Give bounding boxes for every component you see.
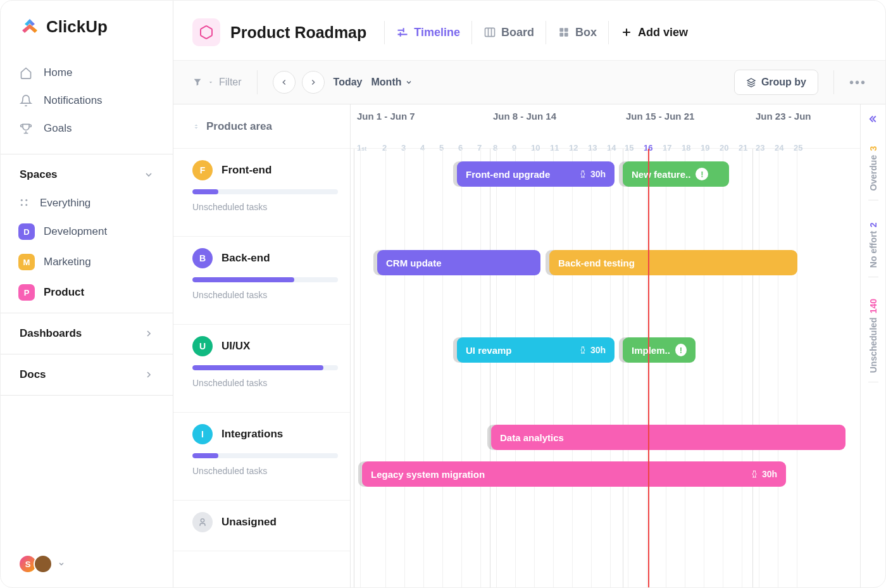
nav-notifications-label: Notifications bbox=[44, 94, 103, 107]
sort-icon bbox=[192, 122, 200, 131]
bell-icon bbox=[20, 94, 32, 107]
chevron-right-icon bbox=[309, 78, 318, 87]
svg-point-3 bbox=[25, 204, 27, 206]
today-button[interactable]: Today bbox=[334, 77, 363, 88]
chevron-right-icon bbox=[144, 328, 154, 339]
group-name: UI/UX bbox=[222, 340, 250, 353]
collapse-icon[interactable] bbox=[868, 113, 879, 125]
nav-goals[interactable]: Goals bbox=[1, 115, 173, 142]
task-label: Implem.. bbox=[632, 345, 670, 356]
task-bar[interactable]: Legacy system migration30h bbox=[362, 461, 786, 487]
group-name: Unasigned bbox=[222, 516, 277, 529]
chevron-left-icon bbox=[280, 78, 289, 87]
view-tab-board[interactable]: Board bbox=[471, 21, 546, 44]
add-view-button[interactable]: Add view bbox=[608, 21, 699, 44]
board-icon bbox=[484, 26, 496, 39]
warning-icon: ! bbox=[696, 168, 708, 180]
home-icon bbox=[20, 66, 32, 79]
svg-rect-5 bbox=[559, 28, 563, 32]
task-bar[interactable]: UI revamp30h bbox=[457, 337, 615, 363]
period-selector[interactable]: Month bbox=[371, 77, 413, 88]
svg-point-2 bbox=[21, 204, 23, 206]
dashboards-header[interactable]: Dashboards bbox=[1, 318, 173, 349]
space-everything[interactable]: Everything bbox=[1, 190, 173, 216]
view-tab-box[interactable]: Box bbox=[546, 21, 608, 44]
svg-point-0 bbox=[21, 199, 23, 201]
group-row[interactable]: IIntegrationsUnscheduled tasks bbox=[173, 413, 350, 501]
space-label: Marketing bbox=[44, 256, 91, 268]
group-row[interactable]: UUI/UXUnscheduled tasks bbox=[173, 325, 350, 413]
warning-icon: ! bbox=[675, 344, 687, 356]
clickup-logo-icon bbox=[20, 16, 40, 37]
rail-no-effort[interactable]: No effort 2 bbox=[868, 213, 878, 277]
task-hours: 30h bbox=[579, 169, 606, 179]
group-by-button[interactable]: Group by bbox=[734, 70, 818, 95]
task-bar[interactable]: Back-end testing bbox=[549, 250, 797, 275]
progress-bar bbox=[192, 365, 338, 370]
spaces-header[interactable]: Spaces bbox=[1, 160, 173, 190]
group-badge bbox=[192, 512, 213, 532]
next-button[interactable] bbox=[302, 71, 325, 94]
space-badge: M bbox=[18, 254, 35, 270]
task-bar[interactable]: Implem..! bbox=[623, 337, 696, 363]
week-label: Jun 8 - Jun 14 bbox=[493, 111, 556, 122]
progress-bar bbox=[192, 189, 338, 194]
space-development[interactable]: D Development bbox=[1, 216, 173, 247]
nav-home-label: Home bbox=[44, 66, 72, 79]
task-bar[interactable]: New feature..! bbox=[623, 161, 729, 187]
column-header[interactable]: Product area bbox=[173, 104, 350, 149]
progress-bar bbox=[192, 277, 338, 282]
group-badge: F bbox=[192, 160, 213, 180]
task-hours: 30h bbox=[579, 345, 606, 355]
task-label: Back-end testing bbox=[558, 258, 635, 268]
task-bar[interactable]: Data analytics bbox=[491, 425, 845, 450]
svg-point-1 bbox=[25, 199, 27, 201]
progress-bar bbox=[192, 453, 338, 458]
trophy-icon bbox=[20, 122, 32, 135]
group-row[interactable]: FFront-endUnscheduled tasks bbox=[173, 149, 350, 237]
task-hours: 30h bbox=[751, 469, 777, 479]
user-avatars[interactable]: S bbox=[1, 541, 173, 587]
brand-logo[interactable]: ClickUp bbox=[1, 1, 173, 53]
view-tab-timeline[interactable]: Timeline bbox=[384, 21, 471, 44]
box-icon bbox=[558, 26, 570, 39]
space-label: Development bbox=[44, 225, 107, 238]
task-bar[interactable]: Front-end upgrade30h bbox=[457, 161, 615, 187]
nav-home[interactable]: Home bbox=[1, 59, 173, 87]
group-name: Front-end bbox=[222, 164, 271, 177]
task-bar[interactable]: CRM update bbox=[377, 250, 540, 275]
chevron-down-icon bbox=[58, 560, 65, 568]
group-name: Integrations bbox=[222, 428, 283, 441]
group-row[interactable]: Unasigned bbox=[173, 501, 350, 551]
spaces-title: Spaces bbox=[20, 168, 58, 181]
group-badge: I bbox=[192, 424, 213, 444]
folder-icon bbox=[192, 18, 220, 46]
unscheduled-label: Unscheduled tasks bbox=[192, 290, 331, 300]
unscheduled-label: Unscheduled tasks bbox=[192, 202, 331, 212]
week-label: Jun 15 - Jun 21 bbox=[626, 111, 694, 122]
task-label: Front-end upgrade bbox=[466, 169, 550, 180]
week-label: Jun 23 - Jun bbox=[756, 111, 811, 122]
rail-unscheduled[interactable]: Unscheduled 140 bbox=[868, 290, 878, 382]
docs-title: Docs bbox=[20, 368, 46, 381]
nav-notifications[interactable]: Notifications bbox=[1, 87, 173, 115]
space-marketing[interactable]: M Marketing bbox=[1, 247, 173, 277]
group-name: Back-end bbox=[222, 252, 270, 265]
more-button[interactable]: ••• bbox=[849, 75, 866, 90]
prev-button[interactable] bbox=[273, 71, 296, 94]
page-title: Product Roadmap bbox=[230, 23, 366, 42]
task-label: Legacy system migration bbox=[371, 469, 485, 480]
task-label: New feature.. bbox=[632, 169, 690, 180]
group-row[interactable]: BBack-endUnscheduled tasks bbox=[173, 237, 350, 325]
space-product[interactable]: P Product bbox=[1, 277, 173, 308]
rail-overdue[interactable]: Overdue 3 bbox=[868, 137, 878, 201]
docs-header[interactable]: Docs bbox=[1, 360, 173, 390]
filter-button[interactable]: Filter bbox=[192, 77, 242, 88]
group-badge: U bbox=[192, 336, 213, 356]
timeline-icon bbox=[396, 26, 409, 39]
chevron-right-icon bbox=[144, 370, 154, 380]
nav-goals-label: Goals bbox=[44, 122, 72, 135]
unscheduled-label: Unscheduled tasks bbox=[192, 466, 331, 476]
chevron-down-icon bbox=[144, 170, 154, 180]
space-everything-label: Everything bbox=[40, 197, 90, 210]
